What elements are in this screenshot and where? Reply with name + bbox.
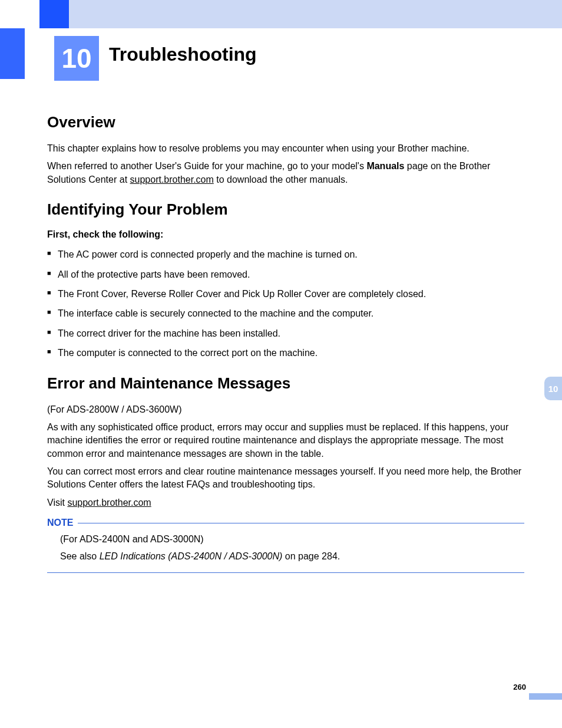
header-banner-light (69, 0, 562, 28)
chapter-title: Troubleshooting (109, 44, 257, 65)
note-divider (78, 523, 524, 523)
list-item: The AC power cord is connected properly … (47, 248, 524, 261)
side-chapter-tab: 10 (544, 377, 562, 400)
chapter-number-box: 10 (54, 36, 99, 81)
note-label: NOTE (47, 518, 73, 528)
check-list: The AC power cord is connected properly … (47, 248, 524, 360)
note-text-italic: LED Indications (ADS-2400N / ADS-3000N) (100, 551, 283, 561)
error-p3-before: Visit (47, 498, 67, 508)
list-item: The correct driver for the machine has b… (47, 327, 524, 340)
note-header: NOTE (47, 518, 524, 528)
note-body: (For ADS-2400N and ADS-3000N) See also L… (47, 533, 524, 563)
bottom-accent-bar (529, 693, 562, 700)
overview-p2-bold: Manuals (366, 161, 404, 171)
error-support-link[interactable]: support.brother.com (67, 498, 151, 508)
error-p2: You can correct most errors and clear ro… (47, 465, 524, 492)
note-box: NOTE (For ADS-2400N and ADS-3000N) See a… (47, 518, 524, 573)
list-item: The computer is connected to the correct… (47, 347, 524, 360)
list-item: The Front Cover, Reverse Roller Cover an… (47, 288, 524, 301)
overview-support-link[interactable]: support.brother.com (130, 174, 214, 185)
left-sidebar-accent (0, 28, 25, 79)
note-text-before: See also (60, 551, 100, 561)
check-heading: First, check the following: (47, 229, 524, 240)
overview-heading: Overview (47, 113, 524, 131)
side-tab-number: 10 (548, 384, 558, 394)
error-p3: Visit support.brother.com (47, 496, 524, 509)
page-content: Overview This chapter explains how to re… (47, 106, 524, 573)
note-text-after: on page 284. (282, 551, 340, 561)
error-models: (For ADS-2800W / ADS-3600W) (47, 403, 524, 416)
overview-p1: This chapter explains how to resolve pro… (47, 142, 524, 155)
list-item: All of the protective parts have been re… (47, 268, 524, 281)
identifying-heading: Identifying Your Problem (47, 200, 524, 219)
note-seealso: See also LED Indications (ADS-2400N / AD… (60, 550, 524, 563)
note-models: (For ADS-2400N and ADS-3000N) (60, 533, 524, 546)
list-item: The interface cable is securely connecte… (47, 307, 524, 320)
header-banner-dark (39, 0, 69, 28)
page-number: 260 (513, 683, 526, 691)
overview-p2-after: to download the other manuals. (214, 174, 348, 185)
error-heading: Error and Maintenance Messages (47, 374, 524, 393)
error-p1: As with any sophisticated office product… (47, 421, 524, 460)
overview-p2-before: When referred to another User's Guide fo… (47, 161, 366, 171)
chapter-number: 10 (61, 42, 91, 74)
overview-p2: When referred to another User's Guide fo… (47, 160, 524, 186)
